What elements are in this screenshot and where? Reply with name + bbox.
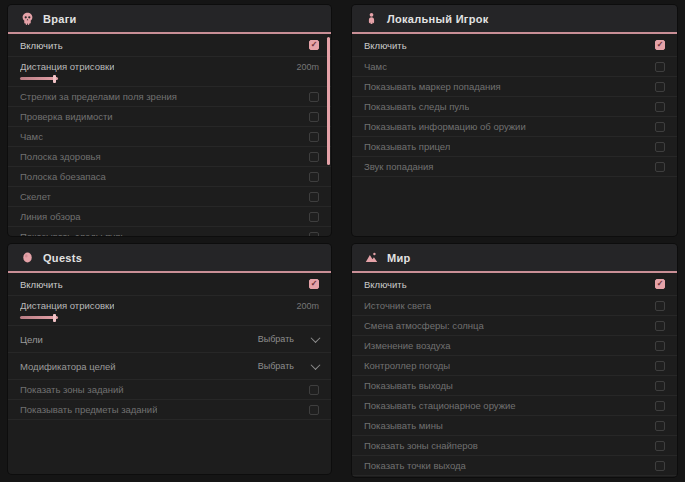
checkbox[interactable]: ✓ [309,40,319,50]
setting-label: Звук попадания [364,161,434,172]
panel-world: Мир Включить✓Источник светаСмена атмосфе… [352,244,677,477]
checkbox[interactable] [309,172,319,182]
setting-label: Источник света [364,300,431,311]
checkbox[interactable] [309,132,319,142]
panel-enemies: Враги Включить✓Дистанция отрисовки200mСт… [8,5,331,236]
setting-label: Изменение воздуха [364,340,451,351]
slider-track[interactable] [20,77,58,80]
panel-local-player-header: Локальный Игрок [352,5,677,34]
setting-label: Показывать следы пуль [20,231,125,236]
setting-row: Линия обзора [8,207,331,227]
checkbox[interactable] [309,152,319,162]
setting-label: Показывать прицел [364,141,450,152]
dropdown-value: Выбрать [258,334,294,344]
setting-row: Показывать маркер попадания [352,77,677,97]
dropdown[interactable]: Выбрать [258,361,319,371]
setting-row: Включить✓ [352,34,677,57]
setting-label: Включить [20,279,63,290]
setting-row: Источник света [352,296,677,316]
slider-row: Дистанция отрисовки200m [8,57,331,87]
setting-label: Показать зоны заданий [20,384,124,395]
panel-local-player: Локальный Игрок Включить✓ЧамсПоказывать … [352,5,677,236]
checkbox[interactable] [655,301,665,311]
setting-label: Показывать следы пуль [364,101,469,112]
setting-row: Показывать следы пуль [352,97,677,117]
checkbox[interactable]: ✓ [655,40,665,50]
checkbox[interactable] [655,421,665,431]
setting-label: Чамс [364,61,387,72]
panel-quests-header: Quests [8,244,331,273]
checkbox[interactable]: ✓ [309,279,319,289]
checkbox[interactable] [309,385,319,395]
setting-row: Чамс [352,57,677,77]
slider-value: 200m [296,62,319,72]
checkbox[interactable] [655,361,665,371]
dropdown-row: Модификатора целейВыбрать [8,353,331,380]
setting-label: Контроллер погоды [364,360,450,371]
setting-label: Полоска здоровья [20,151,101,162]
slider-track[interactable] [20,316,58,319]
setting-label: Стрелки за пределами поля зрения [20,91,177,102]
setting-label: Скелет [20,191,51,202]
setting-label: Проверка видимости [20,111,113,122]
setting-label: Показать точки выхода [364,460,466,471]
panel-local-player-body: Включить✓ЧамсПоказывать маркер попадания… [352,34,677,177]
setting-row: Смена атмосферы: солнца [352,316,677,336]
checkbox[interactable] [309,212,319,222]
setting-label: Показывать стационарное оружие [364,400,516,411]
checkbox[interactable] [655,122,665,132]
setting-row: Показывать следы пуль [8,227,331,236]
checkbox[interactable] [655,82,665,92]
checkbox[interactable] [309,92,319,102]
setting-row: Показывать выходы [352,376,677,396]
setting-label: Показать зоны снайперов [364,440,478,451]
checkbox[interactable] [655,401,665,411]
chevron-down-icon [311,360,321,370]
slider-row: Дистанция отрисовки200m [8,296,331,326]
panel-world-body: Включить✓Источник светаСмена атмосферы: … [352,273,677,476]
skull-icon [21,12,34,25]
checkbox[interactable] [655,62,665,72]
slider-label: Дистанция отрисовки [20,61,114,72]
checkbox[interactable] [655,441,665,451]
setting-row: Показывать стационарное оружие [352,396,677,416]
setting-row: Включить✓ [8,273,331,296]
setting-row: Скелет [8,187,331,207]
checkbox[interactable] [655,102,665,112]
checkbox[interactable] [655,162,665,172]
checkbox[interactable] [309,112,319,122]
checkbox[interactable] [309,232,319,237]
checkbox[interactable] [655,381,665,391]
setting-row: Проверка видимости [8,107,331,127]
setting-label: Показывать маркер попадания [364,81,501,92]
checkbox[interactable] [655,321,665,331]
setting-label: Чамс [20,131,43,142]
panel-title: Мир [387,252,411,264]
setting-label: Включить [20,40,63,51]
slider-thumb[interactable] [53,314,56,322]
checkbox[interactable] [655,142,665,152]
setting-row: Включить✓ [8,34,331,57]
panel-quests-body: Включить✓Дистанция отрисовки200mЦелиВыбр… [8,273,331,420]
setting-row: Показать зоны снайперов [352,436,677,456]
setting-row: Показывать мины [352,416,677,436]
checkbox[interactable] [655,341,665,351]
panel-title: Quests [43,252,82,264]
setting-label: Показывать мины [364,420,443,431]
panel-enemies-header: Враги [8,5,331,34]
scrollbar[interactable] [327,37,330,165]
checkbox[interactable] [655,461,665,471]
dropdown[interactable]: Выбрать [258,334,319,344]
setting-row: Показывать предметы заданий [8,400,331,420]
setting-row: Стрелки за пределами поля зрения [8,87,331,107]
checkbox[interactable] [309,192,319,202]
checkbox[interactable] [309,405,319,415]
panel-title: Враги [43,13,77,25]
slider-value: 200m [296,301,319,311]
setting-label: Включить [364,40,407,51]
setting-label: Показывать выходы [364,380,453,391]
checkbox[interactable]: ✓ [655,279,665,289]
slider-thumb[interactable] [53,75,56,83]
setting-label: Показывать предметы заданий [20,404,157,415]
slider-label: Дистанция отрисовки [20,300,114,311]
